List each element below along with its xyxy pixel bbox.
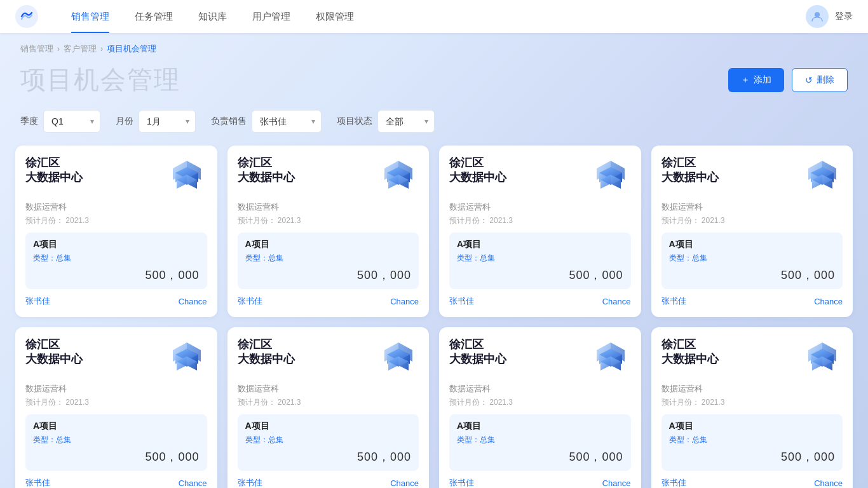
card-person[interactable]: 张书佳 xyxy=(449,295,474,307)
card-dept: 数据运营科 xyxy=(661,383,843,395)
card-amount: 500，000 xyxy=(245,268,412,283)
card-sub-title: A项目 xyxy=(245,421,412,432)
card-sub-type: 类型：总集 xyxy=(457,253,623,264)
card-cube-icon xyxy=(378,337,419,378)
card-item[interactable]: 徐汇区大数据中心 xyxy=(15,327,217,488)
card-person[interactable]: 张书佳 xyxy=(25,477,50,488)
card-top: 徐汇区大数据中心 xyxy=(238,337,419,378)
card-title-block: 徐汇区大数据中心 xyxy=(238,156,295,186)
card-date-row: 预计月份： 2021.3 xyxy=(661,397,843,408)
card-top: 徐汇区大数据中心 xyxy=(25,337,207,378)
card-top: 徐汇区大数据中心 xyxy=(661,337,843,378)
card-chance[interactable]: Chance xyxy=(814,297,843,306)
quarter-label: 季度 xyxy=(20,116,38,127)
card-title: 徐汇区大数据中心 xyxy=(25,156,83,186)
card-cube-icon xyxy=(378,156,419,196)
card-date-value: 2021.3 xyxy=(65,216,89,225)
card-chance[interactable]: Chance xyxy=(179,297,207,306)
card-top: 徐汇区大数据中心 xyxy=(25,156,207,196)
card-sub-type: 类型：总集 xyxy=(669,435,836,445)
card-item[interactable]: 徐汇区大数据中心 xyxy=(439,146,641,317)
breadcrumb-sales[interactable]: 销售管理 xyxy=(20,43,53,55)
card-date-label: 预计月份： xyxy=(449,398,487,407)
card-person[interactable]: 张书佳 xyxy=(238,295,262,307)
status-select[interactable]: 全部进行中已完成已取消 xyxy=(377,110,435,133)
avatar-button[interactable] xyxy=(806,5,829,28)
card-amount: 500，000 xyxy=(457,268,623,283)
card-item[interactable]: 徐汇区大数据中心 xyxy=(227,327,430,488)
card-sub-type: 类型：总集 xyxy=(245,253,412,264)
card-date-row: 预计月份： 2021.3 xyxy=(449,215,631,226)
nav-item-permissions[interactable]: 权限管理 xyxy=(303,0,367,33)
card-sub-section: A项目 类型：总集 500，000 xyxy=(25,233,207,289)
card-cube-icon xyxy=(166,337,207,378)
card-date-value: 2021.3 xyxy=(489,398,513,407)
card-sub-type: 类型：总集 xyxy=(245,435,412,445)
card-top: 徐汇区大数据中心 xyxy=(449,337,631,378)
card-person[interactable]: 张书佳 xyxy=(449,477,474,488)
card-title: 徐汇区大数据中心 xyxy=(661,156,719,186)
card-footer: 张书佳 Chance xyxy=(661,477,843,488)
breadcrumb-current: 项目机会管理 xyxy=(107,43,156,55)
card-title-block: 徐汇区大数据中心 xyxy=(449,337,506,367)
card-chance[interactable]: Chance xyxy=(179,478,207,488)
card-footer: 张书佳 Chance xyxy=(238,295,419,307)
card-item[interactable]: 徐汇区大数据中心 xyxy=(439,327,641,488)
card-sub-section: A项目 类型：总集 500，000 xyxy=(238,233,419,289)
navbar: 销售管理 任务管理 知识库 用户管理 权限管理 登录 xyxy=(0,0,868,33)
card-amount: 500，000 xyxy=(457,449,623,464)
card-title-block: 徐汇区大数据中心 xyxy=(661,156,719,186)
logo-icon[interactable] xyxy=(15,5,38,28)
nav-item-tasks[interactable]: 任务管理 xyxy=(122,0,186,33)
card-dept: 数据运营科 xyxy=(25,383,207,395)
card-date-row: 预计月份： 2021.3 xyxy=(238,397,419,408)
card-person[interactable]: 张书佳 xyxy=(238,477,262,488)
card-amount: 500，000 xyxy=(669,268,836,283)
card-sub-title: A项目 xyxy=(669,239,836,250)
card-title: 徐汇区大数据中心 xyxy=(238,156,295,186)
card-chance[interactable]: Chance xyxy=(602,297,631,306)
card-dept: 数据运营科 xyxy=(25,201,207,213)
card-item[interactable]: 徐汇区大数据中心 xyxy=(651,327,853,488)
login-label[interactable]: 登录 xyxy=(835,11,853,22)
card-chance[interactable]: Chance xyxy=(602,478,631,488)
card-chance[interactable]: Chance xyxy=(814,478,843,488)
card-dept: 数据运营科 xyxy=(661,201,843,213)
quarter-select[interactable]: Q1Q2Q3Q4 xyxy=(43,110,100,133)
card-title-block: 徐汇区大数据中心 xyxy=(25,337,83,367)
card-cube-icon xyxy=(590,156,631,196)
card-item[interactable]: 徐汇区大数据中心 xyxy=(15,146,217,317)
breadcrumb-customer[interactable]: 客户管理 xyxy=(64,43,97,55)
page-title: 项目机会管理 xyxy=(20,62,180,97)
nav-item-users[interactable]: 用户管理 xyxy=(240,0,303,33)
add-button[interactable]: ＋ 添加 xyxy=(728,68,784,92)
card-item[interactable]: 徐汇区大数据中心 xyxy=(227,146,430,317)
card-amount: 500，000 xyxy=(33,268,200,283)
card-date-value: 2021.3 xyxy=(702,216,725,225)
card-title: 徐汇区大数据中心 xyxy=(661,337,719,367)
card-chance[interactable]: Chance xyxy=(390,478,419,488)
card-date-label: 预计月份： xyxy=(25,398,64,407)
status-select-wrapper: 全部进行中已完成已取消 xyxy=(377,110,435,133)
card-sub-title: A项目 xyxy=(457,239,623,250)
card-item[interactable]: 徐汇区大数据中心 xyxy=(651,146,853,317)
sales-select[interactable]: 张书佳李明王芳 xyxy=(252,110,322,133)
card-sub-section: A项目 类型：总集 500，000 xyxy=(238,414,419,471)
page-header: 项目机会管理 ＋ 添加 ↺ 删除 xyxy=(0,55,868,110)
breadcrumb-sep-2: › xyxy=(100,44,103,53)
card-chance[interactable]: Chance xyxy=(390,297,419,306)
card-person[interactable]: 张书佳 xyxy=(661,295,686,307)
month-select[interactable]: 1月2月3月4月 5月6月7月8月 9月10月11月12月 xyxy=(139,110,196,133)
card-sub-title: A项目 xyxy=(669,421,836,432)
nav-item-knowledge[interactable]: 知识库 xyxy=(186,0,240,33)
card-date-label: 预计月份： xyxy=(238,216,276,225)
card-sub-title: A项目 xyxy=(33,421,200,432)
card-person[interactable]: 张书佳 xyxy=(661,477,686,488)
nav-item-sales[interactable]: 销售管理 xyxy=(58,0,122,33)
card-amount: 500，000 xyxy=(33,449,200,464)
card-dept: 数据运营科 xyxy=(449,201,631,213)
card-sub-type: 类型：总集 xyxy=(33,435,200,445)
card-person[interactable]: 张书佳 xyxy=(25,295,50,307)
sales-label: 负责销售 xyxy=(211,116,247,127)
delete-button[interactable]: ↺ 删除 xyxy=(792,68,848,92)
